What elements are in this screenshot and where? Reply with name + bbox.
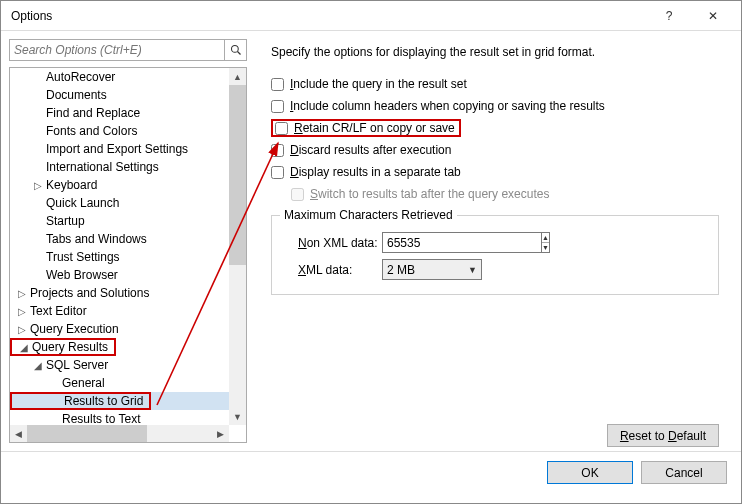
nonxml-spin-buttons: ▲ ▼ [541,232,550,253]
tree-vertical-scrollbar[interactable]: ▲ ▼ [229,68,246,425]
expander-placeholder: ▷ [48,414,60,425]
option-label: Retain CR/LF on copy or save [294,121,455,135]
expander-placeholder: ▷ [32,252,44,263]
tree-item[interactable]: ▷Trust Settings [10,248,246,266]
scroll-down-button[interactable]: ▼ [229,408,246,425]
expander-icon[interactable]: ▷ [16,288,28,299]
tree-item[interactable]: ▷Import and Export Settings [10,140,246,158]
option-checkbox [291,188,304,201]
expander-placeholder: ▷ [32,144,44,155]
tree-item-label: Projects and Solutions [28,286,149,300]
option-label: Discard results after execution [290,143,451,157]
spin-down-button[interactable]: ▼ [542,243,549,252]
right-panel: Specify the options for displaying the r… [253,31,741,451]
scroll-up-button[interactable]: ▲ [229,68,246,85]
tree-item[interactable]: ◢Query Results [10,338,246,356]
expander-placeholder: ▷ [32,234,44,245]
reset-to-default-button[interactable]: Reset to Default [607,424,719,447]
tree-item-label: SQL Server [44,358,108,372]
expander-placeholder: ▷ [32,108,44,119]
titlebar: Options ? ✕ [1,1,741,31]
expander-placeholder: ▷ [32,270,44,281]
expander-placeholder: ▷ [32,90,44,101]
scroll-thumb-vertical[interactable] [229,85,246,265]
tree-item[interactable]: ▷Web Browser [10,266,246,284]
search-button[interactable] [224,40,246,60]
xml-row: XML data: 2 MB ▼ [284,259,706,280]
tree-item-label: Quick Launch [44,196,119,210]
expander-placeholder: ▷ [32,72,44,83]
tree-item[interactable]: ▷Find and Replace [10,104,246,122]
option-row: Include column headers when copying or s… [271,95,719,117]
tree-item[interactable]: ▷Text Editor [10,302,246,320]
expander-placeholder: ▷ [48,378,60,389]
option-checkbox[interactable] [271,100,284,113]
expander-icon[interactable]: ▷ [32,180,44,191]
tree-item[interactable]: ▷General [10,374,246,392]
tree-item-label: Keyboard [44,178,97,192]
cancel-button[interactable]: Cancel [641,461,727,484]
tree-item[interactable]: ▷Documents [10,86,246,104]
tree-item[interactable]: ◢SQL Server [10,356,246,374]
tree-item[interactable]: ▷Fonts and Colors [10,122,246,140]
nonxml-spinner: ▲ ▼ [382,232,512,253]
scroll-thumb-horizontal[interactable] [27,425,147,442]
scroll-track-vertical[interactable] [229,265,246,408]
xml-select-value: 2 MB [387,263,415,277]
option-checkbox[interactable] [275,122,288,135]
expander-placeholder: ▷ [32,198,44,209]
search-input[interactable] [10,40,224,60]
expander-placeholder: ▷ [32,162,44,173]
close-button[interactable]: ✕ [691,2,735,30]
option-checkbox[interactable] [271,78,284,91]
tree-item[interactable]: ▷International Settings [10,158,246,176]
svg-line-1 [237,52,240,55]
expander-icon[interactable]: ▷ [16,306,28,317]
tree-item[interactable]: ▷Quick Launch [10,194,246,212]
options-tree-wrap: ▷AutoRecover▷Documents▷Find and Replace▷… [9,67,247,443]
expander-placeholder: ▷ [32,126,44,137]
tree-item[interactable]: ▷Keyboard [10,176,246,194]
spin-up-button[interactable]: ▲ [542,233,549,243]
tree-item[interactable]: ▷Tabs and Windows [10,230,246,248]
tree-item-label: Query Execution [28,322,119,336]
left-panel: ▷AutoRecover▷Documents▷Find and Replace▷… [1,31,253,451]
tree-horizontal-scrollbar[interactable]: ◀ ▶ [10,425,229,442]
nonxml-input[interactable] [382,232,541,253]
tree-item[interactable]: ▷Startup [10,212,246,230]
option-label: Switch to results tab after the query ex… [310,187,549,201]
options-tree[interactable]: ▷AutoRecover▷Documents▷Find and Replace▷… [10,68,246,442]
window-title: Options [11,9,647,23]
highlight-box: ◢Query Results [10,338,116,356]
tree-item-label: Documents [44,88,107,102]
chevron-down-icon: ▼ [468,265,477,275]
xml-select[interactable]: 2 MB ▼ [382,259,482,280]
expander-placeholder: ▷ [32,216,44,227]
expander-icon[interactable]: ▷ [16,324,28,335]
tree-item[interactable]: ▷Query Execution [10,320,246,338]
nonxml-row: Non XML data: ▲ ▼ [284,232,706,253]
expander-icon[interactable]: ◢ [32,360,44,371]
reset-row: Reset to Default [607,424,719,447]
tree-item-label: Fonts and Colors [44,124,137,138]
help-button[interactable]: ? [647,2,691,30]
scroll-track-horizontal[interactable] [147,425,212,442]
highlight-box: ▷Results to Grid [10,392,151,410]
scroll-right-button[interactable]: ▶ [212,425,229,442]
option-checkbox[interactable] [271,144,284,157]
panel-description: Specify the options for displaying the r… [271,45,719,59]
ok-button[interactable]: OK [547,461,633,484]
search-icon [230,44,242,56]
tree-item-label: Text Editor [28,304,87,318]
tree-item-label: General [60,376,105,390]
expander-icon[interactable]: ◢ [18,342,30,353]
tree-item[interactable]: ▷AutoRecover [10,68,246,86]
scroll-left-button[interactable]: ◀ [10,425,27,442]
tree-item[interactable]: ▷Results to Grid [10,392,246,410]
option-checkbox[interactable] [271,166,284,179]
tree-item-label: Web Browser [44,268,118,282]
option-row: Display results in a separate tab [271,161,719,183]
tree-item-label: Find and Replace [44,106,140,120]
tree-item[interactable]: ▷Projects and Solutions [10,284,246,302]
fieldset-legend: Maximum Characters Retrieved [280,208,457,222]
